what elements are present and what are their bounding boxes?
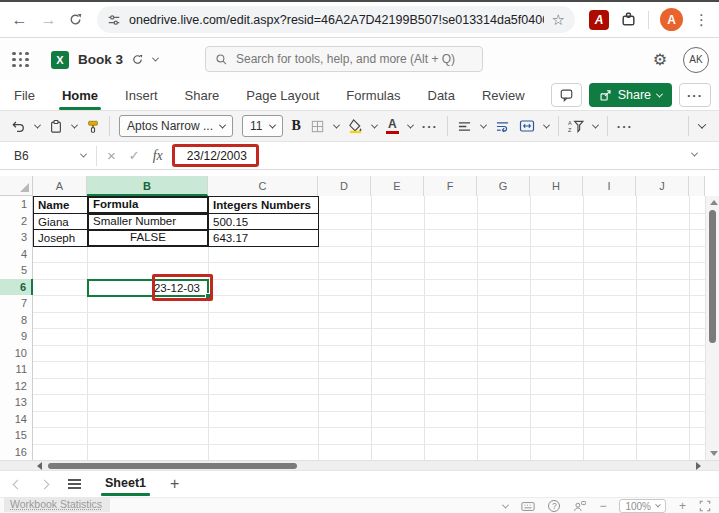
- font-more-button[interactable]: ···: [422, 119, 438, 134]
- row-header-10[interactable]: 10: [0, 345, 33, 363]
- settings-gear-icon[interactable]: ⚙: [653, 50, 667, 69]
- align-icon[interactable]: [457, 120, 472, 133]
- all-sheets-menu-icon[interactable]: [68, 479, 81, 489]
- scroll-right-icon[interactable]: [696, 462, 701, 470]
- formula-bar-expand-chevron-icon[interactable]: [691, 150, 698, 157]
- zoom-in-button[interactable]: +: [679, 499, 686, 513]
- browser-profile-avatar[interactable]: A: [660, 8, 683, 31]
- add-sheet-button[interactable]: +: [170, 475, 179, 493]
- tab-data[interactable]: Data: [428, 88, 455, 103]
- extensions-icon[interactable]: [620, 11, 637, 28]
- row-header-13[interactable]: 13: [0, 394, 33, 412]
- bold-button[interactable]: B: [292, 118, 301, 134]
- undo-chevron-icon[interactable]: [34, 121, 41, 128]
- font-color-chevron-icon[interactable]: [407, 121, 414, 128]
- column-header-b[interactable]: B: [87, 176, 208, 196]
- column-header-f[interactable]: F: [424, 176, 477, 196]
- fit-to-window-icon[interactable]: [699, 500, 711, 512]
- horizontal-scrollbar[interactable]: [0, 460, 719, 470]
- font-name-select[interactable]: Aptos Narrow ...: [119, 115, 233, 137]
- user-avatar[interactable]: AK: [683, 47, 709, 73]
- row-header-7[interactable]: 7: [0, 295, 33, 313]
- merge-chevron-icon[interactable]: [543, 121, 550, 128]
- excel-logo-icon[interactable]: X: [51, 51, 69, 69]
- help-icon[interactable]: ?: [548, 500, 560, 512]
- cancel-entry-icon[interactable]: ×: [107, 147, 116, 164]
- back-icon[interactable]: ←: [10, 11, 29, 29]
- align-chevron-icon[interactable]: [480, 121, 487, 128]
- column-header-i[interactable]: I: [583, 176, 636, 196]
- cell-B2[interactable]: Smaller Number: [87, 213, 209, 231]
- address-bar[interactable]: onedrive.live.com/edit.aspx?resid=46A2A7…: [97, 6, 575, 33]
- row-header-2[interactable]: 2: [0, 213, 33, 231]
- workbook-statistics-button[interactable]: Workbook Statistics: [4, 497, 110, 512]
- wrap-text-icon[interactable]: [495, 120, 510, 133]
- next-sheet-icon[interactable]: [40, 479, 50, 489]
- share-button[interactable]: Share: [589, 83, 672, 107]
- cell-A3[interactable]: Joseph: [33, 229, 88, 247]
- sort-filter-icon[interactable]: AZ: [568, 119, 584, 133]
- tab-home[interactable]: Home: [62, 88, 98, 103]
- browser-menu-icon[interactable]: ⋮: [694, 11, 709, 29]
- insert-function-icon[interactable]: fx: [153, 148, 163, 164]
- tab-share[interactable]: Share: [185, 88, 220, 103]
- tab-insert[interactable]: Insert: [125, 88, 158, 103]
- column-header-d[interactable]: D: [318, 176, 371, 196]
- column-header-a[interactable]: A: [33, 176, 87, 196]
- name-box[interactable]: B6: [0, 149, 96, 163]
- format-painter-icon[interactable]: [86, 119, 100, 134]
- zoom-out-button[interactable]: −: [599, 499, 606, 513]
- row-header-3[interactable]: 3: [0, 229, 33, 247]
- row-header-11[interactable]: 11: [0, 361, 33, 379]
- vertical-scrollbar[interactable]: [705, 196, 719, 460]
- spreadsheet-grid[interactable]: ABCDEFGHIJ12345678910111213141516NameFor…: [0, 176, 719, 460]
- row-header-4[interactable]: 4: [0, 246, 33, 264]
- paste-chevron-icon[interactable]: [71, 121, 78, 128]
- ribbon-more-button[interactable]: ···: [679, 83, 711, 107]
- undo-icon[interactable]: [10, 119, 26, 134]
- feedback-icon[interactable]: [573, 500, 586, 512]
- row-header-1[interactable]: 1: [0, 196, 33, 214]
- font-size-select[interactable]: 11: [242, 115, 282, 137]
- tab-review[interactable]: Review: [482, 88, 525, 103]
- fill-color-chevron-icon[interactable]: [371, 121, 378, 128]
- scroll-down-icon[interactable]: [710, 451, 718, 456]
- app-launcher-icon[interactable]: [12, 52, 29, 68]
- toolbar-more-button[interactable]: ···: [617, 119, 633, 134]
- ribbon-collapse-chevron-icon[interactable]: [698, 120, 706, 128]
- site-settings-icon[interactable]: [107, 13, 121, 27]
- scroll-up-icon[interactable]: [710, 200, 718, 205]
- sort-filter-chevron-icon[interactable]: [592, 121, 599, 128]
- select-all-button[interactable]: [0, 176, 33, 196]
- borders-icon[interactable]: [310, 119, 325, 134]
- cell-C2[interactable]: 500.15: [208, 213, 319, 231]
- search-box[interactable]: Search for tools, help, and more (Alt + …: [205, 46, 483, 72]
- column-header-partial[interactable]: [689, 176, 705, 196]
- row-header-16[interactable]: 16: [0, 444, 33, 461]
- tab-formulas[interactable]: Formulas: [346, 88, 400, 103]
- title-chevron-icon[interactable]: [152, 55, 159, 62]
- confirm-entry-icon[interactable]: ✓: [129, 148, 140, 163]
- fill-color-icon[interactable]: [348, 118, 363, 134]
- tab-file[interactable]: File: [14, 88, 35, 103]
- status-chevron-icon[interactable]: [502, 501, 509, 508]
- pdf-extension-icon[interactable]: A: [589, 10, 609, 30]
- tab-page-layout[interactable]: Page Layout: [246, 88, 319, 103]
- column-header-h[interactable]: H: [530, 176, 583, 196]
- forward-icon[interactable]: →: [39, 11, 58, 29]
- bookmark-star-icon[interactable]: ☆: [552, 11, 565, 29]
- column-header-e[interactable]: E: [371, 176, 424, 196]
- row-header-9[interactable]: 9: [0, 328, 33, 346]
- merge-cells-icon[interactable]: [519, 119, 535, 133]
- row-header-8[interactable]: 8: [0, 312, 33, 330]
- row-header-5[interactable]: 5: [0, 262, 33, 280]
- sheet-tab-sheet1[interactable]: Sheet1: [101, 471, 150, 497]
- cell-C1[interactable]: Integers Numbers: [208, 196, 319, 214]
- cell-A2[interactable]: Giana: [33, 213, 88, 231]
- reload-icon[interactable]: [68, 12, 87, 27]
- column-header-j[interactable]: J: [636, 176, 689, 196]
- cell-B3[interactable]: FALSE: [87, 229, 209, 247]
- paste-icon[interactable]: [49, 119, 63, 134]
- comments-button[interactable]: [551, 83, 582, 107]
- workbook-title[interactable]: Book 3: [78, 52, 123, 67]
